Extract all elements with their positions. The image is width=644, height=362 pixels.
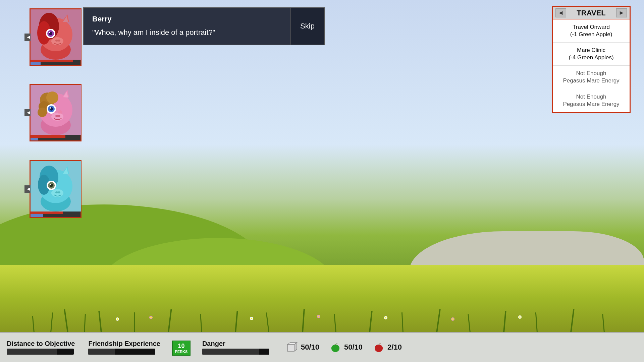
hud-distance-bar bbox=[7, 349, 74, 355]
cube-icon bbox=[286, 341, 298, 353]
berry-svg bbox=[31, 9, 81, 60]
svg-rect-16 bbox=[503, 311, 506, 333]
svg-rect-2 bbox=[64, 309, 68, 333]
svg-point-76 bbox=[58, 191, 60, 193]
svg-point-45 bbox=[58, 40, 60, 42]
svg-rect-11 bbox=[334, 314, 336, 333]
svg-point-60 bbox=[58, 110, 62, 114]
hud-distance-label: Distance to Objective bbox=[7, 340, 75, 348]
berry-portrait bbox=[31, 9, 81, 60]
dialog-content: Berry "Whoa, why am I inside of a portra… bbox=[84, 8, 290, 45]
svg-rect-12 bbox=[369, 311, 373, 333]
hud-friendship-section: Friendship Experience bbox=[88, 340, 160, 355]
svg-rect-3 bbox=[84, 314, 86, 333]
pink-hp-fill bbox=[31, 135, 65, 138]
svg-rect-9 bbox=[266, 312, 269, 333]
berry-hp-fill bbox=[31, 60, 73, 62]
svg-point-75 bbox=[55, 191, 58, 193]
svg-point-31 bbox=[452, 318, 453, 320]
svg-rect-5 bbox=[134, 312, 135, 333]
svg-rect-4 bbox=[98, 311, 102, 333]
green-apple-value: 50/10 bbox=[344, 343, 363, 352]
travel-option-onward[interactable]: Travel Onward(-1 Green Apple) bbox=[553, 19, 630, 43]
character-card-cyan: U ◄ bbox=[30, 160, 82, 218]
svg-point-33 bbox=[519, 316, 521, 318]
hud-distance-section: Distance to Objective bbox=[7, 340, 75, 355]
hud-perks-badge[interactable]: 10 PERKS bbox=[172, 341, 191, 356]
hud-danger-bar bbox=[202, 349, 269, 355]
pink-mp-fill bbox=[31, 138, 38, 140]
dialog-text: "Whoa, why am I inside of a portrait?" bbox=[92, 27, 282, 38]
pink-mp-bar bbox=[31, 138, 80, 140]
travel-panel-title: TRAVEL bbox=[566, 9, 616, 17]
svg-rect-15 bbox=[468, 314, 471, 333]
hud-danger-section: Danger bbox=[202, 340, 269, 355]
dialog-box: Berry "Whoa, why am I inside of a portra… bbox=[83, 7, 325, 45]
svg-point-86 bbox=[375, 345, 383, 352]
svg-point-52 bbox=[46, 92, 58, 104]
cyan-hp-fill bbox=[31, 212, 63, 214]
cyan-svg bbox=[31, 161, 81, 212]
cyan-mp-bar bbox=[31, 214, 80, 217]
red-apple-icon bbox=[373, 341, 385, 353]
pink-portrait bbox=[31, 85, 81, 135]
svg-rect-8 bbox=[235, 311, 238, 333]
svg-point-74 bbox=[50, 184, 51, 185]
grass-decoration bbox=[0, 289, 644, 333]
berry-hp-bar bbox=[31, 60, 80, 62]
dialog-skip-button[interactable]: Skip bbox=[290, 8, 324, 45]
travel-panel-header: ◄ TRAVEL ► bbox=[553, 7, 630, 19]
svg-point-83 bbox=[331, 345, 339, 352]
svg-point-54 bbox=[38, 108, 47, 117]
hud-danger-fill bbox=[202, 349, 259, 355]
travel-option-pegasus1: Not EnoughPegasus Mare Energy bbox=[553, 66, 630, 89]
pink-hp-bar bbox=[31, 135, 80, 138]
svg-point-59 bbox=[50, 107, 51, 109]
perks-label: PERKS bbox=[175, 350, 188, 354]
hud-cube-resource: 50/10 bbox=[286, 341, 319, 353]
travel-option-clinic[interactable]: Mare Clinic(-4 Green Apples) bbox=[553, 43, 630, 66]
svg-rect-7 bbox=[200, 314, 202, 333]
berry-mp-bar bbox=[31, 62, 80, 65]
svg-point-21 bbox=[117, 318, 118, 320]
svg-point-43 bbox=[49, 32, 50, 33]
svg-point-29 bbox=[385, 317, 386, 318]
travel-next-button[interactable]: ► bbox=[616, 8, 627, 17]
svg-rect-19 bbox=[602, 314, 605, 333]
svg-rect-1 bbox=[50, 312, 53, 333]
character-card-berry: P ◄ bbox=[30, 8, 82, 66]
cyan-mp-fill bbox=[31, 214, 43, 217]
hud-friendship-bar bbox=[88, 349, 155, 355]
cube-value: 50/10 bbox=[301, 343, 319, 352]
cyan-hp-bar bbox=[31, 212, 80, 214]
svg-rect-13 bbox=[401, 312, 404, 333]
svg-rect-0 bbox=[32, 316, 35, 333]
hud-danger-label: Danger bbox=[202, 340, 269, 348]
svg-rect-14 bbox=[436, 309, 441, 333]
hud-distance-fill bbox=[7, 349, 57, 355]
svg-rect-18 bbox=[570, 309, 575, 333]
pink-svg bbox=[31, 85, 81, 135]
perks-number: 10 bbox=[175, 343, 188, 350]
bottom-hud: Distance to Objective Friendship Experie… bbox=[0, 332, 644, 362]
svg-point-27 bbox=[318, 316, 319, 317]
hud-friendship-fill bbox=[88, 349, 115, 355]
svg-point-44 bbox=[55, 40, 58, 42]
hud-green-apple-resource: 50/10 bbox=[329, 341, 363, 353]
svg-rect-10 bbox=[302, 309, 305, 333]
dialog-character-name: Berry bbox=[92, 15, 282, 23]
travel-option-pegasus2: Not EnoughPegasus Mare Energy bbox=[553, 89, 630, 112]
travel-panel: ◄ TRAVEL ► Travel Onward(-1 Green Apple)… bbox=[552, 6, 631, 113]
hud-red-apple-resource: 2/10 bbox=[373, 341, 402, 353]
svg-point-62 bbox=[58, 115, 60, 117]
svg-point-23 bbox=[150, 317, 152, 318]
svg-rect-79 bbox=[287, 345, 294, 351]
svg-point-61 bbox=[55, 115, 58, 117]
berry-mp-fill bbox=[31, 62, 41, 65]
svg-rect-6 bbox=[168, 309, 172, 333]
travel-prev-button[interactable]: ◄ bbox=[555, 8, 566, 17]
cyan-portrait bbox=[31, 161, 81, 212]
hud-friendship-label: Friendship Experience bbox=[88, 340, 160, 348]
red-apple-value: 2/10 bbox=[387, 343, 402, 352]
character-card-pink: E ◄ bbox=[30, 84, 82, 141]
